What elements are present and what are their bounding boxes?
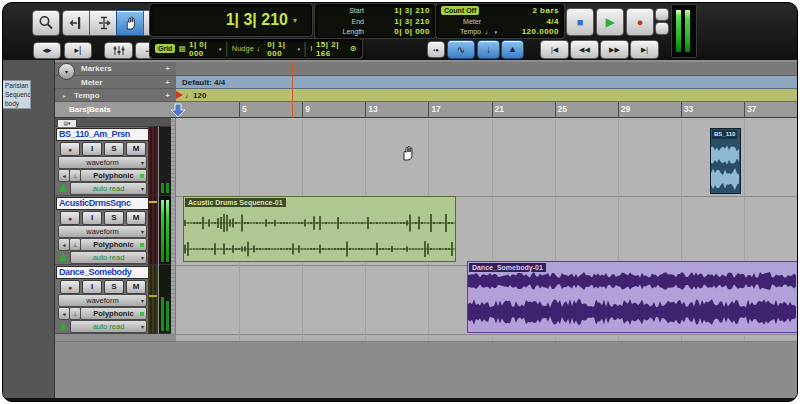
- track-solo-button[interactable]: S: [104, 142, 124, 156]
- track-automation-selector[interactable]: auto read▾: [70, 182, 147, 195]
- track-voice-selector[interactable]: Polyphonic: [80, 169, 147, 182]
- bar-tick: [492, 102, 493, 118]
- metronome-button[interactable]: ▲: [501, 40, 524, 59]
- stop-button[interactable]: ■: [566, 8, 594, 36]
- tempo-dropdown-icon[interactable]: ▾: [495, 29, 498, 35]
- grid-dropdown-icon[interactable]: ▾: [219, 46, 222, 52]
- tempo-value[interactable]: 120.0000: [522, 27, 559, 36]
- grid-value[interactable]: 1| 0| 000: [189, 40, 216, 58]
- tempo-ruler-lane[interactable]: ♩120: [176, 89, 798, 102]
- end-value[interactable]: 1| 3| 210: [394, 17, 430, 26]
- track-meter: [159, 127, 171, 196]
- start-value[interactable]: 1| 3| 210: [394, 6, 430, 15]
- track-solo-button[interactable]: S: [104, 211, 124, 225]
- meter-event[interactable]: Default: 4/4: [182, 78, 225, 87]
- ruler-row-meter[interactable]: Meter +: [55, 76, 176, 89]
- pre-roll-button[interactable]: ∿: [447, 40, 475, 59]
- link-timeline-button[interactable]: ▸|: [64, 42, 92, 59]
- post-roll-button[interactable]: ↓: [477, 40, 500, 59]
- track-name[interactable]: Dance_Somebody: [56, 266, 149, 279]
- count-off-button[interactable]: Count Off: [441, 6, 479, 15]
- bars-ruler-lane[interactable]: 5913172125293337: [176, 102, 798, 118]
- zoomer-tool-button[interactable]: [32, 10, 60, 36]
- clip-dance-somebody[interactable]: Dance_Somebody-01: [467, 261, 798, 333]
- tempo-expand-icon[interactable]: ▸: [63, 92, 66, 99]
- ruler-view-button[interactable]: ▾: [58, 63, 75, 80]
- add-marker-button[interactable]: +: [165, 64, 170, 73]
- voice-active-indicator: [140, 174, 144, 178]
- nudge-dropdown-icon[interactable]: ▾: [297, 46, 300, 52]
- track-record-button[interactable]: ●: [60, 142, 80, 156]
- meter-ruler-lane[interactable]: Default: 4/4: [176, 76, 798, 89]
- tempo-event[interactable]: ♩120: [185, 91, 206, 100]
- add-meter-button[interactable]: +: [165, 78, 170, 87]
- track-voice-selector[interactable]: Polyphonic: [80, 307, 147, 320]
- bar-tick: [365, 102, 366, 118]
- track-automation-selector[interactable]: auto read▾: [70, 320, 147, 333]
- track-name[interactable]: AcusticDrmsSqnc: [56, 197, 149, 210]
- transport-expand-button-1[interactable]: [655, 8, 669, 21]
- track-name[interactable]: BS_110_Am_Prsn: [56, 128, 149, 141]
- bars-ruler[interactable]: 5913172125293337: [2, 102, 798, 118]
- record-dot-icon: ●: [68, 215, 72, 222]
- transport-expand-button-2[interactable]: [655, 22, 669, 35]
- clip-acustic-drums[interactable]: Acustic Drums Sequence-01: [183, 196, 456, 262]
- track-input-button[interactable]: I: [82, 280, 102, 294]
- meter-value[interactable]: 4/4: [546, 17, 559, 26]
- chevron-down-icon: ▾: [65, 68, 68, 75]
- meter-bar-right: [685, 10, 690, 52]
- track-automation-selector[interactable]: auto read▾: [70, 251, 147, 264]
- rewind-button[interactable]: ◀◀: [570, 40, 599, 59]
- track-view-selector[interactable]: waveform▾: [58, 156, 147, 169]
- clip-bs110[interactable]: BS_110: [710, 128, 741, 194]
- go-to-end-button[interactable]: ▶|: [630, 40, 659, 59]
- voice-active-indicator: [140, 312, 144, 316]
- markers-ruler-label: Markers: [81, 64, 112, 73]
- grabber-tool-button[interactable]: [116, 10, 145, 36]
- start-label: Start: [320, 7, 364, 14]
- track-input-button[interactable]: I: [82, 142, 102, 156]
- transport-level-meter: [671, 4, 697, 58]
- cursor-location-value: 15| 2| 166: [316, 40, 347, 58]
- track-record-button[interactable]: ●: [60, 211, 80, 225]
- mixer-button[interactable]: [104, 42, 133, 59]
- automation-enable-icon[interactable]: [59, 184, 67, 192]
- trimmer-tool-button[interactable]: [62, 10, 91, 36]
- tab-to-transient-button[interactable]: ◂▸: [33, 42, 61, 59]
- grid-mode-button[interactable]: Grid: [155, 44, 175, 53]
- nudge-value[interactable]: 0| 1| 000: [267, 40, 294, 58]
- track-record-button[interactable]: ●: [60, 280, 80, 294]
- track-solo-button[interactable]: S: [104, 280, 124, 294]
- voice-active-indicator: [140, 243, 144, 247]
- track-voice-selector[interactable]: Polyphonic: [80, 238, 147, 251]
- add-tempo-button[interactable]: +: [165, 91, 170, 100]
- meter-ruler-label: Meter: [81, 78, 102, 87]
- selector-tool-button[interactable]: [89, 10, 118, 36]
- markers-ruler-lane[interactable]: [176, 62, 798, 76]
- counter-dropdown-icon[interactable]: ▾: [293, 16, 297, 25]
- tempo-marker-icon[interactable]: [176, 91, 183, 99]
- fast-forward-button[interactable]: ▶▶: [600, 40, 629, 59]
- track-view-selector[interactable]: waveform▾: [58, 294, 147, 307]
- automation-enable-icon[interactable]: [59, 253, 67, 261]
- track-input-button[interactable]: I: [82, 211, 102, 225]
- track-mute-button[interactable]: M: [126, 280, 146, 294]
- play-button[interactable]: ▶: [596, 8, 624, 36]
- online-button[interactable]: ▪●: [427, 41, 445, 58]
- record-button[interactable]: ●: [626, 8, 654, 36]
- length-value[interactable]: 0| 0| 000: [394, 27, 430, 36]
- trim-icon: [68, 14, 86, 32]
- grid-icon[interactable]: ▦: [178, 44, 186, 53]
- count-off-value[interactable]: 2 bars: [532, 6, 559, 15]
- timeline-insertion-marker[interactable]: [170, 103, 186, 118]
- track-mute-button[interactable]: M: [126, 142, 146, 156]
- track-header-1: BS_110_Am_Prsn ● I S M waveform▾ ◂ ⊥ Pol…: [55, 127, 148, 196]
- main-counter[interactable]: 1| 3| 210 ▾: [150, 4, 312, 36]
- automation-enable-icon[interactable]: [59, 322, 67, 330]
- track-mute-button[interactable]: M: [126, 211, 146, 225]
- track-view-selector[interactable]: waveform▾: [58, 225, 147, 238]
- ruler-row-tempo[interactable]: ▸ Tempo +: [55, 89, 176, 102]
- return-to-zero-button[interactable]: |◀: [540, 40, 569, 59]
- tempo-ruler-label: Tempo: [74, 91, 100, 100]
- track-list-mini-row: ▤▾: [55, 118, 176, 127]
